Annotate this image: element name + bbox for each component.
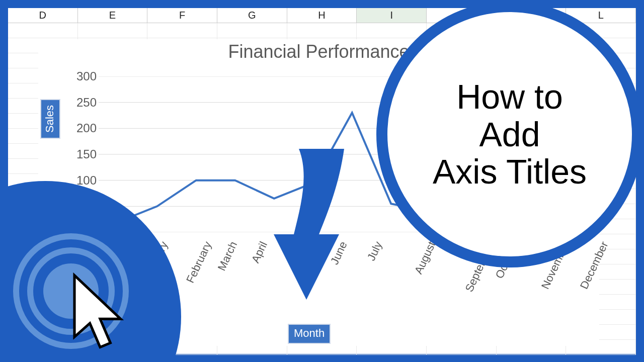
callout-line-3: Axis Titles bbox=[433, 152, 587, 191]
callout-line-1: How to bbox=[456, 77, 563, 116]
app-frame: DEFGHIJKL Financial Performance 05010015… bbox=[0, 0, 644, 362]
grid-cell[interactable] bbox=[78, 23, 148, 38]
callout-text: How to Add Axis Titles bbox=[433, 78, 587, 191]
grid-cell[interactable] bbox=[217, 23, 287, 38]
y-tick-label: 150 bbox=[68, 147, 97, 161]
grid-cell[interactable] bbox=[147, 23, 217, 38]
column-header-i[interactable]: I bbox=[357, 8, 427, 23]
callout-circle: How to Add Axis Titles bbox=[376, 1, 643, 267]
brand-logo bbox=[0, 181, 181, 362]
grid-cell[interactable] bbox=[8, 23, 78, 38]
column-header-d[interactable]: D bbox=[8, 8, 78, 23]
x-axis-title[interactable]: Month bbox=[289, 325, 330, 343]
callout-line-2: Add bbox=[479, 115, 540, 153]
column-header-e[interactable]: E bbox=[78, 8, 148, 23]
y-tick-label: 300 bbox=[68, 69, 97, 83]
column-header-g[interactable]: G bbox=[217, 8, 287, 23]
column-header-h[interactable]: H bbox=[287, 8, 357, 23]
grid-cell[interactable] bbox=[287, 23, 357, 38]
cursor-icon bbox=[57, 269, 143, 362]
grid-cell[interactable] bbox=[357, 23, 427, 38]
pointer-arrow bbox=[264, 149, 364, 305]
y-axis-title[interactable]: Sales bbox=[41, 100, 59, 138]
y-tick-label: 200 bbox=[68, 121, 97, 135]
column-header-f[interactable]: F bbox=[147, 8, 217, 23]
y-tick-label: 250 bbox=[68, 96, 97, 110]
